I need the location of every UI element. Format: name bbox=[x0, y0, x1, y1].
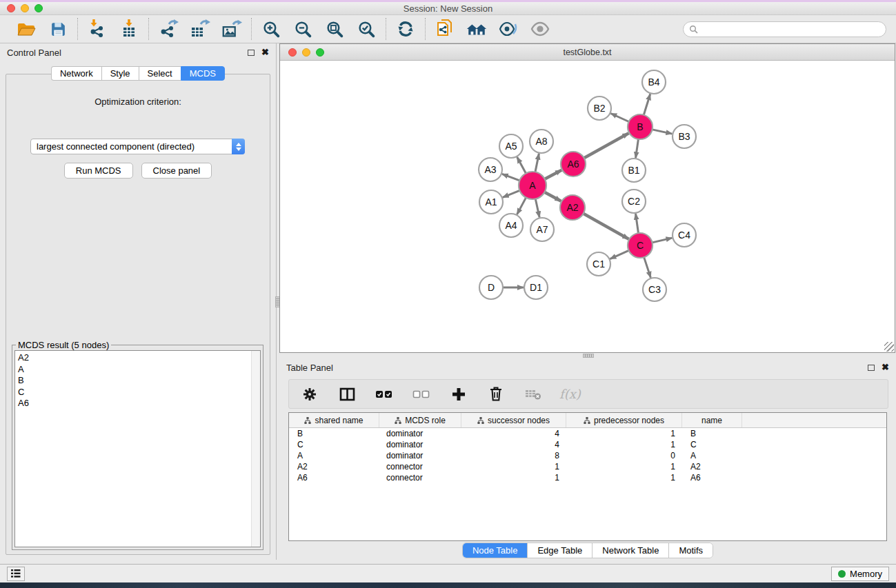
network-window-titlebar[interactable]: testGlobe.txt bbox=[280, 44, 895, 61]
home-icon[interactable] bbox=[466, 19, 488, 39]
zoom-out-icon[interactable] bbox=[292, 19, 314, 39]
network-canvas[interactable]: B4B2BB3A5A8A6B1A3AC2A1A2A4A7C4CC1C3DD1 bbox=[280, 61, 895, 352]
window-resize-grip[interactable] bbox=[884, 342, 894, 352]
function-builder-icon[interactable]: f(x) bbox=[559, 387, 581, 401]
graph-edge[interactable] bbox=[610, 113, 628, 121]
save-icon[interactable] bbox=[47, 19, 69, 39]
graph-node[interactable]: C1 bbox=[587, 252, 610, 276]
tab-edge-table[interactable]: Edge Table bbox=[528, 543, 593, 558]
result-list-item[interactable]: A6 bbox=[18, 398, 257, 409]
graph-node[interactable]: D bbox=[479, 276, 503, 299]
column-header[interactable]: name bbox=[682, 413, 742, 427]
graph-node[interactable]: B2 bbox=[588, 97, 611, 120]
tab-motifs[interactable]: Motifs bbox=[669, 543, 713, 558]
table-row[interactable]: Cdominator41C bbox=[289, 439, 886, 450]
graph-edge[interactable] bbox=[636, 139, 639, 158]
graph-node[interactable]: A8 bbox=[530, 130, 553, 153]
table-row[interactable]: A2connector11A2 bbox=[289, 461, 886, 472]
close-panel-icon[interactable]: ✖ bbox=[261, 49, 269, 56]
eye-icon[interactable] bbox=[529, 19, 551, 39]
tab-style[interactable]: Style bbox=[101, 66, 139, 81]
graph-edge[interactable] bbox=[610, 250, 628, 258]
graph-node[interactable]: A7 bbox=[530, 218, 554, 241]
gear-icon[interactable] bbox=[299, 384, 321, 405]
graph-node[interactable]: D1 bbox=[524, 276, 548, 299]
column-header[interactable]: MCDS role bbox=[379, 413, 461, 427]
tab-mcds[interactable]: MCDS bbox=[181, 66, 225, 81]
add-column-icon[interactable] bbox=[448, 384, 470, 405]
mcds-result-list[interactable]: A2ABCA6 bbox=[14, 350, 261, 547]
list-scrollbar[interactable] bbox=[251, 351, 260, 547]
show-column-icon[interactable] bbox=[336, 384, 358, 405]
graph-edge[interactable] bbox=[545, 192, 561, 201]
column-header[interactable]: shared name bbox=[289, 413, 379, 427]
table-row[interactable]: A6connector11A6 bbox=[289, 472, 886, 483]
graph-node[interactable]: A4 bbox=[499, 214, 523, 237]
style-eye-icon[interactable] bbox=[497, 19, 519, 39]
graph-node[interactable]: B1 bbox=[622, 159, 646, 182]
import-network-icon[interactable] bbox=[86, 19, 108, 39]
graph-node[interactable]: C4 bbox=[673, 223, 696, 247]
graph-node[interactable]: C bbox=[628, 233, 653, 258]
tab-network[interactable]: Network bbox=[51, 66, 101, 81]
network-close-button[interactable] bbox=[288, 48, 297, 57]
graph-edge[interactable] bbox=[503, 190, 520, 197]
close-table-panel-icon[interactable]: ✖ bbox=[882, 364, 889, 371]
zoom-window-button[interactable] bbox=[34, 4, 43, 12]
duplicate-network-icon[interactable] bbox=[434, 19, 456, 39]
open-folder-icon[interactable] bbox=[15, 19, 37, 39]
criterion-dropdown[interactable]: largest connected component (directed) bbox=[30, 139, 245, 154]
horizontal-splitter-grip[interactable] bbox=[583, 354, 594, 358]
close-panel-button[interactable]: Close panel bbox=[141, 163, 212, 179]
graph-edge[interactable] bbox=[535, 154, 539, 172]
table-row[interactable]: Adominator80A bbox=[289, 450, 886, 461]
table-row[interactable]: Bdominator41B bbox=[289, 428, 886, 439]
graph-node[interactable]: C2 bbox=[622, 190, 646, 213]
graph-node[interactable]: B bbox=[628, 114, 653, 139]
graph-edge[interactable] bbox=[584, 133, 629, 158]
graph-node[interactable]: A3 bbox=[479, 158, 502, 181]
delete-table-icon[interactable] bbox=[522, 384, 544, 405]
minimize-window-button[interactable] bbox=[21, 4, 29, 12]
close-window-button[interactable] bbox=[7, 4, 15, 12]
float-panel-icon[interactable] bbox=[248, 50, 255, 56]
tab-select[interactable]: Select bbox=[139, 66, 181, 81]
column-header[interactable]: predecessor nodes bbox=[566, 413, 682, 427]
graph-edge[interactable] bbox=[584, 214, 629, 239]
export-network-icon[interactable] bbox=[157, 19, 179, 39]
memory-button[interactable]: Memory bbox=[831, 567, 889, 581]
graph-node[interactable]: A bbox=[519, 172, 546, 199]
export-table-icon[interactable] bbox=[189, 19, 211, 39]
graph-edge[interactable] bbox=[535, 199, 539, 218]
graph-node[interactable]: B3 bbox=[673, 125, 696, 148]
graph-edge[interactable] bbox=[653, 238, 673, 243]
result-list-item[interactable]: B bbox=[18, 375, 257, 387]
result-list-item[interactable]: A bbox=[18, 364, 257, 376]
zoom-in-icon[interactable] bbox=[260, 19, 282, 39]
graph-node[interactable]: A1 bbox=[479, 190, 503, 214]
traffic-lights[interactable] bbox=[7, 4, 43, 12]
export-image-icon[interactable] bbox=[221, 19, 243, 39]
result-list-item[interactable]: C bbox=[18, 387, 257, 398]
run-mcds-button[interactable]: Run MCDS bbox=[64, 163, 133, 179]
graph-node[interactable]: A5 bbox=[499, 134, 523, 158]
select-all-icon[interactable] bbox=[373, 384, 395, 405]
zoom-fit-icon[interactable] bbox=[323, 19, 346, 39]
task-history-button[interactable] bbox=[7, 567, 25, 581]
refresh-icon[interactable] bbox=[395, 19, 417, 39]
graph-edge[interactable] bbox=[517, 198, 526, 214]
search-input[interactable] bbox=[698, 24, 880, 34]
graph-edge[interactable] bbox=[653, 130, 673, 134]
delete-column-icon[interactable] bbox=[485, 384, 507, 405]
graph-edge[interactable] bbox=[502, 174, 519, 181]
graph-node[interactable]: A2 bbox=[560, 195, 585, 220]
search-field[interactable] bbox=[683, 21, 886, 37]
graph-node[interactable]: B4 bbox=[642, 70, 666, 94]
float-table-panel-icon[interactable] bbox=[868, 365, 875, 371]
column-header[interactable]: successor nodes bbox=[461, 413, 566, 427]
graph-edge[interactable] bbox=[545, 170, 561, 179]
graph-edge[interactable] bbox=[644, 94, 650, 115]
result-list-item[interactable]: A2 bbox=[18, 352, 257, 364]
tab-node-table[interactable]: Node Table bbox=[463, 543, 528, 558]
deselect-all-icon[interactable] bbox=[410, 384, 432, 405]
